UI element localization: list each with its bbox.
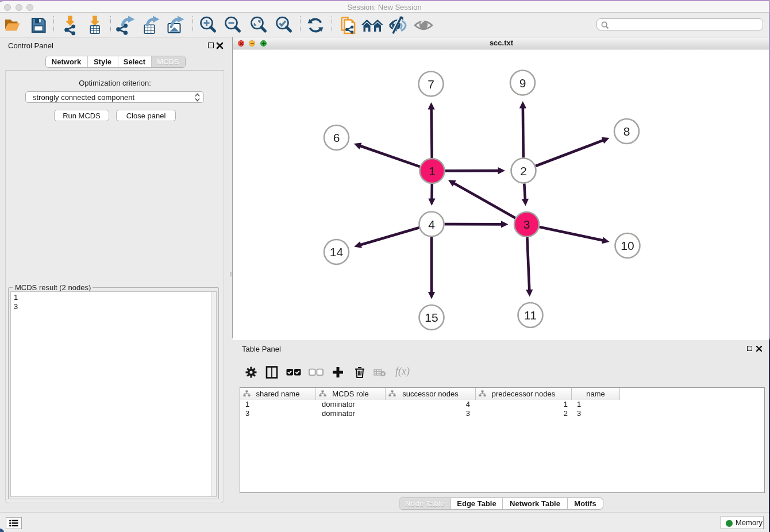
svg-text:9: 9 (519, 76, 526, 90)
svg-text:11: 11 (524, 309, 537, 322)
svg-text:3: 3 (523, 218, 530, 231)
svg-text:2: 2 (520, 164, 527, 178)
svg-text:8: 8 (623, 125, 630, 138)
svg-text:14: 14 (330, 245, 344, 259)
svg-text:15: 15 (425, 311, 438, 324)
svg-text:4: 4 (428, 218, 435, 231)
svg-text:6: 6 (333, 131, 340, 144)
svg-text:7: 7 (428, 78, 434, 91)
svg-text:1: 1 (429, 164, 436, 178)
svg-text:10: 10 (621, 239, 634, 252)
